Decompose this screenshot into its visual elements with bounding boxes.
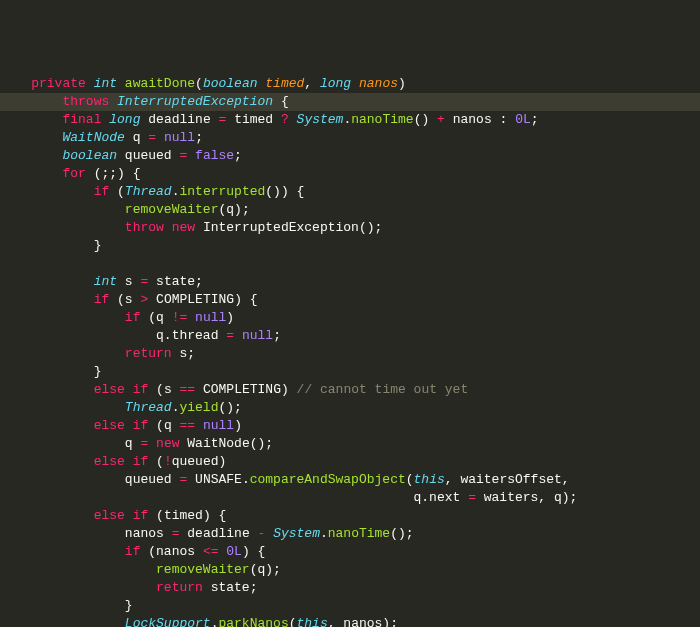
kw-throw: throw [125,220,164,235]
type-long: long [109,112,140,127]
op-eq: = [179,472,187,487]
literal-false: false [195,148,234,163]
type-waitnode: WaitNode [187,436,249,451]
kw-return: return [156,580,203,595]
op-not: ! [164,454,172,469]
method-parknanos: parkNanos [218,616,288,627]
kw-if: if [133,508,149,523]
type-boolean: boolean [62,148,117,163]
ref-q: q [125,436,133,451]
op-eq: = [226,328,234,343]
op-eq: = [172,526,180,541]
ref-timed: timed [164,508,203,523]
kw-for: for [62,166,85,181]
kw-if: if [94,292,110,307]
ref-s: s [164,382,172,397]
ref-waitersoffset: waitersOffset [460,472,561,487]
method-nanotime: nanoTime [351,112,413,127]
op-gt: > [140,292,148,307]
field-next: next [429,490,460,505]
op-eq: = [179,148,187,163]
method-cas: compareAndSwapObject [250,472,406,487]
kw-return: return [125,346,172,361]
ref-q: q [164,418,172,433]
ref-queued: queued [172,454,219,469]
op-eqeq: == [180,418,196,433]
ref-queued: queued [125,472,172,487]
op-minus: - [258,526,266,541]
op-neq: != [172,310,188,325]
kw-this: this [297,616,328,627]
op-eq: = [468,490,476,505]
op-plus: + [437,112,445,127]
ref-waiters: waiters [484,490,539,505]
type-interrupted-exc: InterruptedException [203,220,359,235]
type-thread: Thread [125,184,172,199]
type-interrupted-exc: InterruptedException [117,94,273,109]
var-q: q [133,130,141,145]
highlight-line: throws InterruptedException { [0,93,700,111]
ref-completing: COMPLETING [156,292,234,307]
type-locksupport: LockSupport [125,616,211,627]
op-colon: : [500,112,508,127]
kw-if: if [133,454,149,469]
kw-else: else [94,382,125,397]
ref-state: state [211,580,250,595]
literal-null: null [203,418,234,433]
code-block: private int awaitDone(boolean timed, lon… [0,72,700,627]
kw-if: if [133,418,149,433]
op-eq: = [140,274,148,289]
type-long: long [320,76,351,91]
ref-nanos: nanos [453,112,492,127]
literal-null: null [242,328,273,343]
literal-null: null [195,310,226,325]
type-waitnode: WaitNode [62,130,124,145]
param-nanos: nanos [359,76,398,91]
kw-final: final [62,112,101,127]
kw-throws: throws [62,94,109,109]
kw-if: if [94,184,110,199]
literal-0l: 0L [226,544,242,559]
method-name: awaitDone [125,76,195,91]
kw-if: if [125,544,141,559]
ref-deadline: deadline [187,526,249,541]
kw-else: else [94,508,125,523]
op-eq: = [219,112,227,127]
ref-state: state [156,274,195,289]
method-interrupted: interrupted [179,184,265,199]
kw-if: if [125,310,141,325]
kw-this: this [414,472,445,487]
kw-if: if [133,382,149,397]
op-q: ? [281,112,289,127]
var-deadline: deadline [148,112,210,127]
ref-timed: timed [234,112,273,127]
kw-else: else [94,454,125,469]
method-nanotime: nanoTime [328,526,390,541]
type-boolean: boolean [203,76,258,91]
field-thread: thread [172,328,219,343]
type-int: int [94,274,117,289]
var-s: s [125,274,133,289]
ref-unsafe: UNSAFE [195,472,242,487]
ref-nanos: nanos [343,616,382,627]
method-removewaiter: removeWaiter [156,562,250,577]
ref-q: q [226,202,234,217]
ref-q: q [554,490,562,505]
var-queued: queued [125,148,172,163]
ref-completing: COMPLETING [203,382,281,397]
type-thread: Thread [125,400,172,415]
ref-q: q [156,310,164,325]
ref-nanos: nanos [125,526,164,541]
literal-null: null [164,130,195,145]
type-int: int [94,76,117,91]
kw-new: new [172,220,195,235]
param-timed: timed [265,76,304,91]
kw-private: private [31,76,86,91]
ref-nanos: nanos [156,544,195,559]
kw-new: new [156,436,179,451]
ref-s: s [125,292,133,307]
type-system: System [297,112,344,127]
ref-q: q [156,328,164,343]
type-system: System [273,526,320,541]
comment: // cannot time out yet [297,382,469,397]
